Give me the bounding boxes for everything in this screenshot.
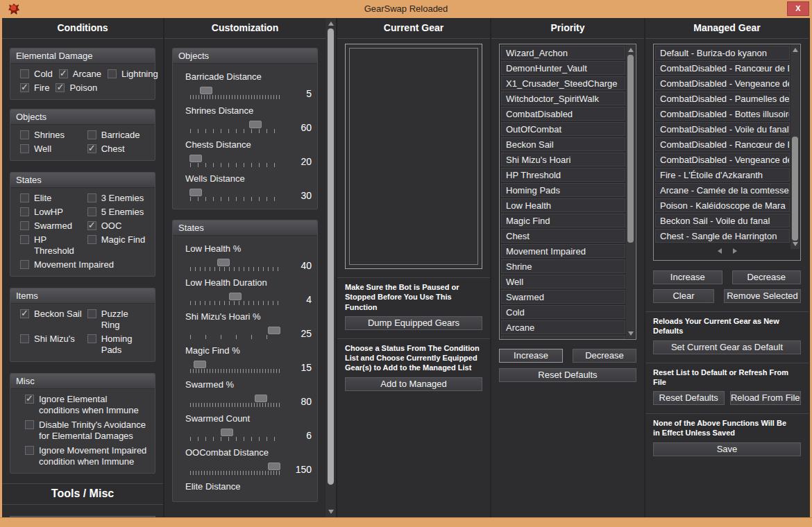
priority-list-item[interactable]: Magic Find — [501, 214, 625, 227]
slider-thumb[interactable] — [268, 463, 280, 470]
checkbox-movement-impaired[interactable]: Movement Impaired — [20, 259, 149, 270]
managed-list-item[interactable]: Arcane - Camée de la comtesse Jul — [655, 183, 790, 197]
checkbox-cold[interactable]: Cold — [20, 69, 53, 80]
priority-reset-defaults-button[interactable]: Reset Defaults — [499, 368, 636, 382]
priority-list-item[interactable]: Fire — [501, 336, 625, 339]
checkbox-ooc[interactable]: OOC — [87, 221, 149, 232]
customization-scrollbar[interactable] — [325, 18, 337, 517]
checkbox-fire[interactable]: Fire — [20, 83, 49, 94]
managed-decrease-button[interactable]: Decrease — [732, 270, 802, 284]
priority-list-item[interactable]: X1_Crusader_SteedCharge — [501, 76, 625, 90]
priority-list-item[interactable]: DemonHunter_Vault — [501, 61, 625, 75]
scroll-up-icon[interactable] — [628, 48, 634, 52]
priority-list-item[interactable]: Chest — [501, 229, 625, 243]
scrollbar-thumb[interactable] — [792, 137, 798, 241]
managed-hscrollbar[interactable] — [654, 245, 800, 256]
managed-list-item[interactable]: CombatDisabled - Rancœur de Dan — [655, 61, 790, 75]
priority-listbox[interactable]: Wizard_Archon DemonHunter_Vault X1_Crusa… — [499, 44, 636, 340]
priority-list-item[interactable]: Movement Impaired — [501, 244, 625, 258]
priority-list-item[interactable]: Shi Mizu's Hoari — [501, 153, 625, 166]
slider-track[interactable] — [190, 120, 280, 135]
managed-reload-from-file-button[interactable]: Reload From File — [730, 391, 802, 405]
managed-list-item[interactable]: CombatDisabled - Vengeance de Da — [655, 76, 790, 90]
priority-list-item[interactable]: Beckon Sail — [501, 137, 625, 151]
priority-increase-button[interactable]: Increase — [499, 349, 563, 363]
scroll-right-icon[interactable] — [733, 248, 737, 254]
dump-equipped-gears-button[interactable]: Dump Equipped Gears — [345, 316, 482, 330]
checkbox-homing-pads[interactable]: Homing Pads — [87, 334, 149, 356]
priority-scrollbar[interactable] — [626, 45, 635, 338]
slider-track[interactable] — [190, 188, 280, 203]
set-current-gear-default-button[interactable]: Set Current Gear as Default — [653, 340, 801, 354]
checkbox-arcane[interactable]: Arcane — [59, 69, 101, 80]
slider-thumb[interactable] — [189, 189, 202, 196]
managed-list-item[interactable]: CombatDisabled - Vengeance de Da — [655, 153, 790, 166]
checkbox-chest[interactable]: Chest — [87, 144, 149, 155]
checkbox-5-enemies[interactable]: 5 Enemies — [87, 207, 149, 218]
checkbox-poison[interactable]: Poison — [56, 83, 97, 94]
checkbox-barricade[interactable]: Barricade — [87, 130, 149, 141]
managed-list-item[interactable]: Fire - L'Étoile d'Azkaranth — [655, 168, 790, 182]
checkbox-disable-trinity-avoidance[interactable]: Disable Trinity's Avoidance for Elementa… — [20, 420, 149, 442]
slider-thumb[interactable] — [268, 327, 280, 334]
slider-thumb[interactable] — [217, 259, 230, 266]
checkbox-shrines[interactable]: Shrines — [20, 130, 87, 141]
checkbox-magic-find[interactable]: Magic Find — [87, 234, 149, 257]
priority-list-item[interactable]: CombatDisabled — [501, 107, 625, 121]
managed-list-item[interactable]: Default - Buriza-do kyanon — [655, 46, 790, 60]
slider-track[interactable] — [190, 428, 280, 443]
slider-track[interactable] — [190, 394, 280, 409]
checkbox-ignore-elemental-when-immune[interactable]: Ignore Elemental conditions when Immune — [20, 394, 149, 416]
checkbox-beckon-sail[interactable]: Beckon Sail — [20, 309, 87, 331]
managed-list-item[interactable]: Poison - Kaléidoscope de Mara — [655, 198, 790, 212]
scroll-up-icon[interactable] — [328, 21, 334, 26]
checkbox-puzzle-ring[interactable]: Puzzle Ring — [87, 309, 149, 331]
priority-list-item[interactable]: Swarmed — [501, 290, 625, 304]
managed-increase-button[interactable]: Increase — [653, 270, 722, 284]
managed-list-item[interactable]: CombatDisabled - Voile du fanal — [655, 122, 790, 136]
slider-thumb[interactable] — [229, 293, 242, 300]
scroll-down-icon[interactable] — [628, 331, 634, 336]
close-button[interactable]: X — [787, 1, 809, 16]
priority-list-item[interactable]: Well — [501, 275, 625, 288]
priority-list-item[interactable]: Cold — [501, 305, 625, 319]
checkbox-ignore-movement-impaired[interactable]: Ignore Movement Impaired condition when … — [20, 445, 149, 467]
priority-list-item[interactable]: Witchdoctor_SpiritWalk — [501, 92, 625, 105]
priority-list-item[interactable]: OutOfCombat — [501, 122, 625, 136]
scrollbar-thumb[interactable] — [328, 28, 334, 485]
checkbox-lightning[interactable]: Lightning — [108, 69, 158, 80]
priority-decrease-button[interactable]: Decrease — [573, 349, 636, 363]
slider-thumb[interactable] — [221, 429, 233, 436]
managed-reset-defaults-button[interactable]: Reset Defaults — [653, 391, 725, 405]
slider-track[interactable] — [190, 360, 280, 375]
checkbox-hp-threshold[interactable]: HP Threshold — [20, 234, 87, 257]
managed-list-item[interactable]: Chest - Sangle de Harrington — [655, 229, 790, 243]
managed-list-item[interactable]: CombatDisabled - Rancœur de Dan — [655, 137, 790, 151]
managed-list-item[interactable]: CombatDisabled - Paumelles de Sa — [655, 92, 790, 105]
scroll-up-icon[interactable] — [793, 48, 798, 52]
scrollbar-thumb[interactable] — [627, 55, 634, 243]
checkbox-well[interactable]: Well — [20, 144, 87, 155]
managed-list-item[interactable]: CombatDisabled - Bottes illusoires — [655, 107, 790, 121]
priority-list-item[interactable]: Arcane — [501, 320, 625, 334]
checkbox-shi-mizus[interactable]: Shi Mizu's — [20, 334, 87, 356]
slider-thumb[interactable] — [255, 395, 267, 402]
slider-track[interactable] — [190, 258, 280, 273]
slider-track[interactable] — [190, 326, 280, 341]
slider-thumb[interactable] — [249, 121, 262, 128]
managed-listbox[interactable]: Default - Buriza-do kyanon CombatDisable… — [653, 44, 801, 261]
priority-list-item[interactable]: Wizard_Archon — [501, 46, 625, 60]
managed-scrollbar[interactable] — [790, 45, 800, 249]
add-to-managed-button[interactable]: Add to Managed — [345, 377, 482, 391]
slider-track[interactable] — [190, 462, 280, 477]
current-gear-listbox[interactable] — [345, 44, 482, 269]
slider-track[interactable] — [190, 86, 280, 101]
priority-list-item[interactable]: HP Threshold — [501, 168, 625, 182]
scroll-down-icon[interactable] — [793, 242, 798, 246]
managed-remove-selected-button[interactable]: Remove Selected — [724, 289, 801, 303]
priority-list-item[interactable]: Shrine — [501, 259, 625, 273]
checkbox-lowhp[interactable]: LowHP — [20, 207, 87, 218]
slider-track[interactable] — [190, 154, 280, 169]
scroll-left-icon[interactable] — [718, 248, 722, 254]
titlebar[interactable]: GearSwap Reloaded X — [0, 0, 812, 18]
